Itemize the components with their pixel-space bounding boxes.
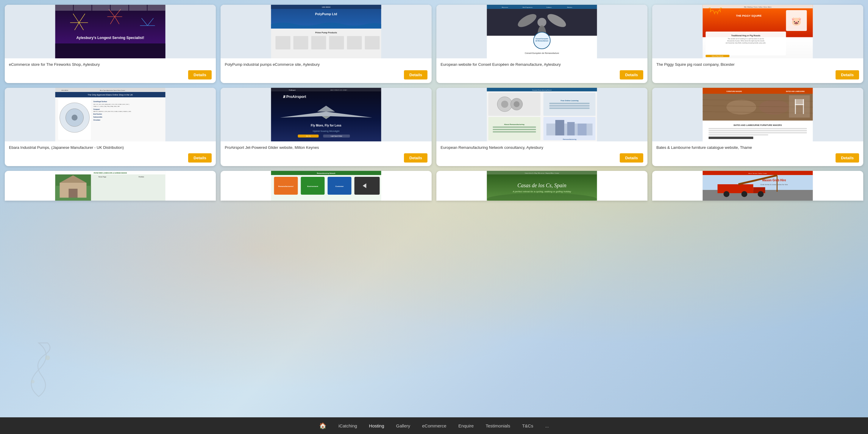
- card-title-ern: European Remanufacturing Network consult…: [440, 145, 643, 150]
- card-footer-fireworks: Details: [9, 70, 212, 80]
- svg-rect-37: [347, 36, 362, 50]
- svg-rect-23: [92, 5, 110, 11]
- svg-rect-143: [709, 136, 753, 139]
- svg-text:Environment: Environment: [307, 185, 318, 187]
- card-image-polypump: 1296 488294 PolyPump Ltd Prime Pump Prod…: [221, 5, 432, 58]
- nav-testimonials[interactable]: Testimonials: [486, 423, 510, 428]
- details-button-cer[interactable]: Details: [620, 70, 643, 80]
- svg-text:Casas de los Cs, Spain: Casas de los Cs, Spain: [517, 183, 566, 188]
- card-footer-ebara: Details: [9, 153, 212, 162]
- svg-text:Light Sport Glider: Light Sport Glider: [331, 135, 342, 137]
- card-title-proairsport: ProAirsport Jet-Powered Glider website, …: [225, 145, 428, 150]
- svg-rect-33: [276, 36, 290, 50]
- svg-text:Hybrid Soaring Microlight: Hybrid Soaring Microlight: [313, 130, 340, 132]
- nav-icatching[interactable]: iCatching: [338, 423, 357, 428]
- svg-text:THE PIGGY SQUIRE: THE PIGGY SQUIRE: [736, 14, 762, 17]
- details-button-ebara[interactable]: Details: [188, 153, 212, 162]
- svg-text:PolyPump Ltd: PolyPump Ltd: [315, 12, 337, 16]
- svg-text:The ancient art of cooking on : The ancient art of cooking on a spit has…: [728, 38, 764, 39]
- svg-text:Mason Grab Hire: Mason Grab Hire: [762, 179, 786, 182]
- svg-rect-119: [578, 124, 587, 135]
- svg-text:Conseil Européen de Remanufact: Conseil Européen de Remanufacture: [525, 52, 559, 55]
- details-button-bates[interactable]: Details: [836, 153, 859, 162]
- svg-rect-142: [709, 134, 768, 135]
- svg-text:About Types Applications Spare: About Types Applications Spares News Con…: [100, 90, 125, 91]
- card-image-piggy: FAQ • Weddings • Parties • Gallery • Vid…: [652, 5, 863, 58]
- svg-rect-36: [329, 36, 344, 50]
- svg-rect-110: [489, 117, 540, 140]
- svg-point-104: [514, 101, 520, 107]
- svg-text:CMA, B, C | CHM | CDA | PRA | : CMA, B, C | CHM | CDA | PRA | PMA | SMS …: [93, 106, 120, 107]
- details-button-fireworks[interactable]: Details: [188, 70, 212, 80]
- nav-ecommerce[interactable]: eCommerce: [422, 423, 446, 428]
- svg-rect-112: [493, 126, 536, 128]
- svg-text:Members: Members: [567, 6, 572, 8]
- svg-text:ProAirsport: ProAirsport: [289, 89, 296, 91]
- svg-text:About Remanufacturing: About Remanufacturing: [504, 124, 525, 125]
- svg-rect-25: [129, 5, 147, 11]
- card-image-fireworks: Aylesbury's Longest Serving Specialist!: [5, 5, 216, 58]
- svg-text:de Remanufacture: de Remanufacture: [535, 40, 549, 42]
- nav-hosting[interactable]: Hosting: [369, 423, 384, 428]
- details-button-proairsport[interactable]: Details: [404, 153, 428, 162]
- svg-text:Work Programmes: Work Programmes: [523, 6, 532, 8]
- svg-text:European Remanufacturing Netwo: European Remanufacturing Network: [532, 89, 552, 91]
- nav-more[interactable]: ...: [545, 423, 549, 428]
- svg-text:Compact: Compact: [93, 108, 100, 110]
- card-partial-peter: PETER BIRD LANDSCAPE & GARDEN DESIGN Hom…: [5, 171, 216, 200]
- svg-rect-38: [365, 36, 380, 50]
- card-image-ern: European Remanufacturing Network Free On…: [436, 88, 647, 142]
- home-icon: 🏠: [319, 422, 327, 429]
- svg-rect-137: [795, 99, 804, 104]
- details-button-polypump[interactable]: Details: [404, 70, 428, 80]
- svg-point-0: [45, 355, 50, 360]
- svg-text:PETER BIRD LANDSCAPE & GARDEN : PETER BIRD LANDSCAPE & GARDEN DESIGN: [94, 172, 127, 174]
- svg-rect-22: [74, 5, 92, 11]
- svg-text:Get a Free Quote: Get a Free Quote: [712, 55, 723, 57]
- card-title-piggy: The Piggy Squire pig roast company, Bice…: [656, 62, 859, 67]
- nav-home-button[interactable]: 🏠: [319, 422, 327, 429]
- svg-text:Circulator: Circulator: [93, 119, 101, 121]
- svg-text:Prime Pump Products: Prime Pump Products: [315, 32, 337, 34]
- nav-tcs[interactable]: T&Cs: [522, 423, 533, 428]
- svg-text:Fly More, Fly for Less: Fly More, Fly for Less: [311, 124, 341, 127]
- svg-text:Guidance: Guidance: [547, 6, 552, 8]
- svg-text:Free Online Learning: Free Online Learning: [560, 100, 578, 101]
- svg-rect-109: [550, 107, 590, 109]
- svg-text:🐷: 🐷: [791, 17, 802, 26]
- svg-point-102: [501, 101, 508, 108]
- svg-text:Customer: Customer: [335, 185, 344, 187]
- card-cer: Why we are Work Programmes Guidance Memb…: [436, 5, 647, 83]
- svg-text:BATES AND LAMBOURNE FURNITURE : BATES AND LAMBOURNE FURNITURE MAKERS: [734, 124, 782, 126]
- nav-gallery[interactable]: Gallery: [396, 423, 410, 428]
- svg-text:𝑹 ProAirsport: 𝑹 ProAirsport: [283, 95, 306, 99]
- svg-rect-134: [803, 105, 804, 114]
- svg-text:A perfect retreat for a cyclin: A perfect retreat for a cycling, walking…: [513, 190, 571, 193]
- svg-text:ABOUT • PRODUCTS • SKY • CONTA: ABOUT • PRODUCTS • SKY • CONTACT: [331, 90, 347, 91]
- svg-rect-139: [709, 128, 807, 129]
- svg-text:The Only Approved Ebara Online: The Only Approved Ebara Online Shop in t…: [88, 94, 133, 96]
- details-button-ern[interactable]: Details: [620, 153, 643, 162]
- card-image-bates: FURNITURE MAKERS BATES AND LAMBOURNE: [652, 88, 863, 142]
- nav-enquire[interactable]: Enquire: [458, 423, 474, 428]
- svg-text:About • Services • Safety • Co: About • Services • Safety • Contact: [749, 173, 767, 174]
- svg-rect-113: [493, 129, 536, 130]
- card-ebara: 1296 488294 About Types Applications Spa…: [5, 88, 216, 166]
- svg-rect-87: [271, 88, 381, 91]
- svg-point-76: [72, 115, 78, 121]
- card-footer-proairsport: Details: [225, 153, 428, 162]
- details-button-piggy[interactable]: Details: [836, 70, 859, 80]
- card-body-cer: European website for Conseil Européen de…: [436, 58, 647, 83]
- card-proairsport: ProAirsport ABOUT • PRODUCTS • SKY • CON…: [221, 88, 432, 166]
- card-footer-bates: Details: [656, 153, 859, 162]
- card-title-ebara: Ebara Industrial Pumps, (Japanese Manufa…: [9, 145, 212, 150]
- svg-text:JEE | JE | JEH | JEX | ADA | A: JEE | JE | JEH | JEX | ADA | ADC | CDI |…: [93, 103, 129, 105]
- card-body-bates: Bates & Lambourne furniture catalogue we…: [652, 142, 863, 166]
- card-footer-piggy: Details: [656, 70, 859, 80]
- svg-text:Why we are: Why we are: [502, 6, 508, 8]
- card-title-bates: Bates & Lambourne furniture catalogue we…: [656, 145, 859, 150]
- svg-rect-34: [293, 36, 308, 50]
- card-title-cer: European website for Conseil Européen de…: [440, 62, 643, 67]
- card-polypump: 1296 488294 PolyPump Ltd Prime Pump Prod…: [221, 5, 432, 83]
- svg-text:End Suction: End Suction: [93, 113, 102, 115]
